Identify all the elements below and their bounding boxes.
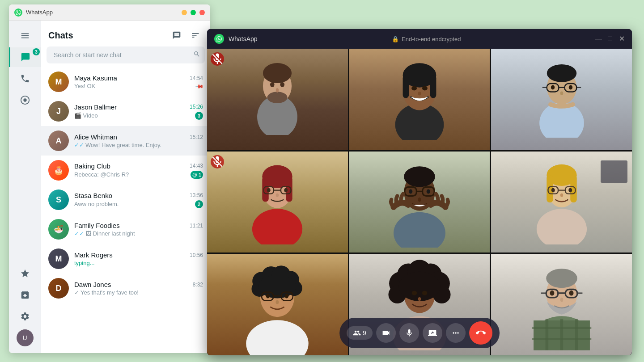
- svg-point-72: [285, 294, 289, 298]
- video-cell-7: [207, 254, 348, 355]
- svg-point-5: [267, 92, 288, 103]
- video-app-title: WhatsApp: [229, 35, 258, 42]
- video-close-button[interactable]: ✕: [619, 36, 625, 42]
- maximize-button[interactable]: □: [191, 10, 196, 15]
- window-title: WhatsApp: [26, 9, 178, 16]
- chat-preview: ✓ Yes that's my fave too!: [74, 289, 139, 296]
- svg-point-57: [568, 188, 572, 192]
- list-item[interactable]: D Dawn Jones 8:32 ✓ Yes that's my fave t…: [41, 274, 210, 303]
- chat-preview: Rebecca: @Chris R?: [74, 171, 129, 178]
- list-item[interactable]: 🎂 Baking Club 14:43 Rebecca: @Chris R? @…: [41, 156, 210, 185]
- svg-point-19: [547, 64, 576, 82]
- video-minimize-button[interactable]: —: [595, 36, 602, 42]
- chat-panel: Chats: [41, 21, 210, 353]
- minimize-button[interactable]: –: [182, 10, 187, 15]
- chat-info: Maya Kasuma 14:54 Yes! OK 📌: [74, 74, 203, 89]
- participants-button[interactable]: 9: [347, 326, 373, 340]
- chat-preview: Aww no problem.: [74, 201, 119, 207]
- svg-point-15: [422, 86, 428, 90]
- list-item[interactable]: M Maya Kasuma 14:54 Yes! OK 📌: [41, 67, 210, 97]
- svg-point-1: [23, 98, 26, 101]
- svg-point-16: [418, 92, 421, 95]
- chat-name: Baking Club: [74, 162, 110, 170]
- chats-title: Chats: [48, 30, 73, 41]
- chat-info: Alice Whitman 15:12 ✓✓ Wow! Have great t…: [74, 133, 203, 148]
- svg-point-85: [422, 291, 428, 295]
- sidebar-item-settings[interactable]: [15, 307, 35, 326]
- chat-preview: 🎬 Video: [74, 112, 98, 119]
- mic-muted-icon-4: [211, 155, 224, 168]
- list-item[interactable]: M Mark Rogers 10:56 typing...: [41, 244, 210, 274]
- svg-point-48: [537, 209, 587, 244]
- video-titlebar: WhatsApp 🔒 End-to-end endcrypted — □ ✕: [207, 29, 632, 49]
- participants-count-label: 9: [363, 329, 366, 337]
- sidebar-item-status[interactable]: [15, 90, 35, 110]
- video-encryption-label: 🔒 End-to-end endcrypted: [262, 36, 591, 42]
- svg-point-7: [280, 82, 285, 87]
- sidebar: 3 U: [9, 21, 41, 353]
- chat-preview: ✓✓ 🖼 Dinner last night: [74, 230, 135, 237]
- chat-preview: ✓✓ Wow! Have great time. Enjoy.: [74, 142, 161, 148]
- list-item[interactable]: J Jason Ballmer 15:26 🎬 Video 3: [41, 97, 210, 126]
- avatar: D: [48, 278, 69, 299]
- chat-info: Baking Club 14:43 Rebecca: @Chris R? @ 1: [74, 162, 203, 179]
- chat-header-icons: [169, 28, 203, 43]
- video-app-icon: [214, 34, 224, 44]
- list-item[interactable]: S Stasa Benko 13:56 Aww no problem. 2: [41, 185, 210, 215]
- svg-point-26: [568, 85, 572, 89]
- encryption-text: End-to-end endcrypted: [402, 36, 461, 42]
- chat-name: Dawn Jones: [74, 281, 111, 288]
- window-controls: – □ ✕: [182, 10, 205, 15]
- sidebar-item-archived[interactable]: [15, 285, 35, 305]
- chat-preview-typing: typing...: [74, 260, 95, 266]
- svg-point-39: [394, 212, 445, 248]
- close-button[interactable]: ✕: [199, 10, 205, 15]
- chat-name: Alice Whitman: [74, 133, 117, 141]
- mic-toggle-button[interactable]: [399, 323, 419, 343]
- search-input[interactable]: [47, 46, 205, 63]
- svg-point-14: [411, 86, 417, 90]
- video-call-window: WhatsApp 🔒 End-to-end endcrypted — □ ✕: [207, 29, 632, 355]
- sidebar-item-menu[interactable]: [15, 26, 35, 46]
- more-options-button[interactable]: [446, 323, 466, 343]
- video-cell-9: [491, 254, 632, 355]
- chat-time: 14:43: [190, 163, 203, 169]
- svg-point-4: [263, 63, 292, 83]
- end-call-button[interactable]: [469, 321, 492, 345]
- video-cell-2: [349, 49, 490, 150]
- svg-point-25: [551, 85, 555, 89]
- unread-badge: 2: [195, 200, 203, 208]
- sidebar-item-chats[interactable]: 3: [9, 47, 41, 67]
- svg-point-56: [551, 188, 555, 192]
- chat-info: Jason Ballmer 15:26 🎬 Video 3: [74, 103, 203, 120]
- new-chat-button[interactable]: [169, 28, 184, 43]
- avatar: A: [48, 130, 69, 151]
- main-whatsapp-window: WhatsApp – □ ✕ 3: [9, 4, 210, 353]
- chat-time: 14:54: [190, 75, 203, 81]
- avatar: J: [48, 101, 69, 122]
- list-item[interactable]: 🍜 Family Foodies 11:21 ✓✓ 🖼 Dinner last …: [41, 215, 210, 244]
- svg-point-28: [252, 209, 302, 244]
- video-toggle-button[interactable]: [376, 323, 396, 343]
- svg-point-37: [284, 188, 288, 192]
- svg-point-8: [276, 88, 279, 93]
- svg-point-36: [267, 188, 271, 192]
- svg-point-27: [560, 92, 563, 95]
- screen-share-button[interactable]: [423, 323, 442, 343]
- pin-icon: 📌: [195, 81, 204, 91]
- sidebar-item-calls[interactable]: [15, 69, 35, 88]
- svg-point-6: [270, 82, 275, 87]
- video-maximize-button[interactable]: □: [607, 36, 613, 42]
- chat-list: M Maya Kasuma 14:54 Yes! OK 📌: [41, 67, 210, 353]
- sidebar-item-starred[interactable]: [15, 264, 35, 283]
- avatar: S: [48, 189, 69, 210]
- video-cell-1: [207, 49, 348, 150]
- filter-button[interactable]: [188, 28, 203, 43]
- svg-rect-13: [430, 75, 436, 98]
- video-controls: 9: [339, 318, 500, 348]
- list-item[interactable]: A Alice Whitman 15:12 ✓✓ Wow! Have great…: [41, 126, 210, 156]
- video-cell-6: [491, 152, 632, 253]
- avatar: 🎂: [48, 160, 69, 181]
- sidebar-item-profile[interactable]: U: [15, 328, 35, 348]
- svg-rect-12: [403, 75, 409, 98]
